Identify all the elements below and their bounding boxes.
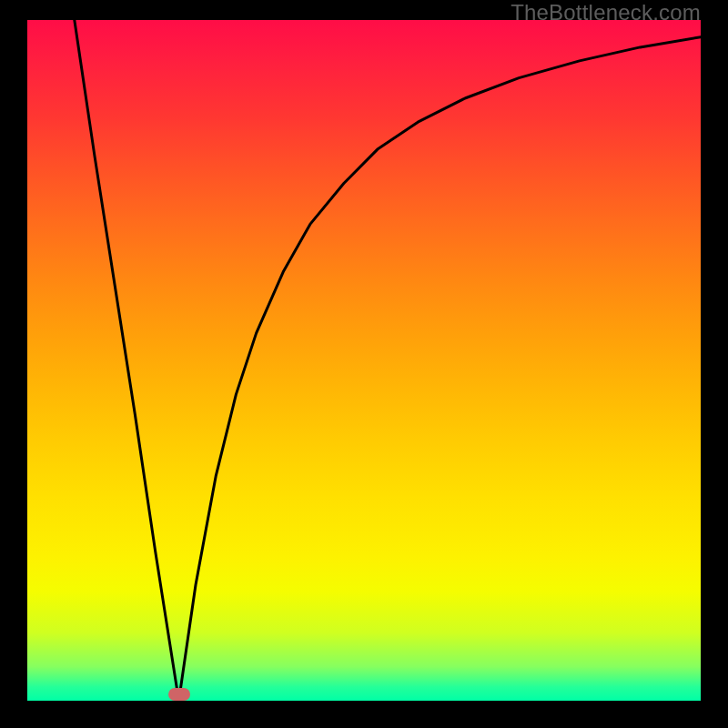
optimum-marker [168, 688, 190, 701]
watermark-text: TheBottleneck.com [511, 0, 701, 25]
plot-frame [27, 20, 701, 701]
chart-stage: TheBottleneck.com [0, 0, 728, 728]
curve-layer [27, 20, 701, 701]
bottleneck-curve [75, 20, 701, 701]
